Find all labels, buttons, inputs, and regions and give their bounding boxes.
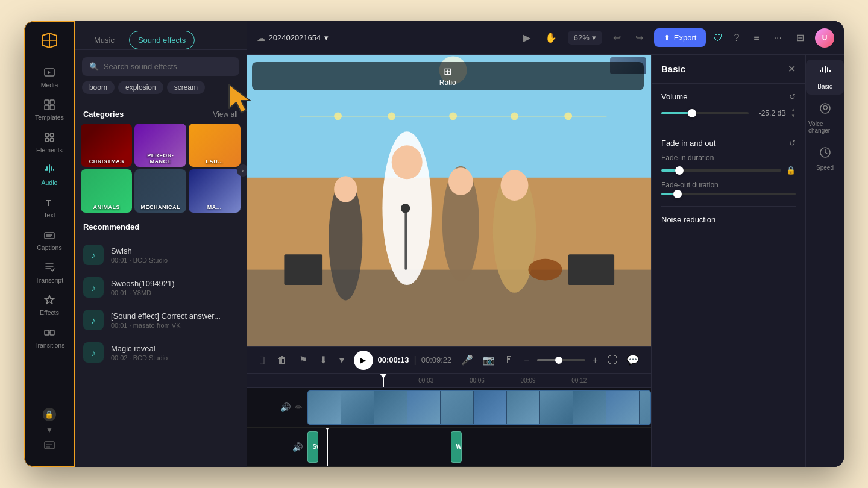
undo-btn[interactable]: ↩	[609, 28, 624, 47]
media-btn[interactable]: 📷	[480, 352, 497, 368]
lock-icon[interactable]: 🔒	[43, 408, 56, 421]
shield-icon[interactable]: 🛡	[713, 33, 723, 43]
split-view-btn[interactable]: ⊟	[793, 28, 808, 47]
svg-rect-36	[284, 254, 322, 285]
sidebar: Media Templates	[24, 21, 75, 467]
export-btn[interactable]: ⬆ Export	[654, 28, 706, 47]
categories-arrow[interactable]: ›	[237, 164, 247, 177]
video-clip[interactable]	[307, 390, 652, 425]
sound-item-swoosh[interactable]: ♪ Swoosh(1094921) 00:01 · Y8MD	[75, 271, 247, 304]
sidebar-label-elements: Elements	[36, 146, 63, 154]
split-btn[interactable]: ⌷	[257, 352, 268, 368]
category-launch[interactable]: LAU...	[189, 124, 241, 167]
minus-zoom-btn[interactable]: −	[521, 352, 532, 368]
download-btn[interactable]: ⬇	[317, 352, 330, 368]
category-magic[interactable]: MA...	[189, 169, 241, 213]
avatar[interactable]: U	[815, 28, 834, 48]
fade-out-label: Fade-out duration	[661, 181, 796, 189]
ruler-marks: 00:03 00:06 00:09 00:12	[368, 374, 652, 387]
concert-scene-svg	[247, 55, 652, 346]
tab-sound-effects[interactable]: Sound effects	[129, 31, 195, 49]
sound-meta-swoosh: 00:01 · Y8MD	[111, 289, 238, 296]
mini-panel-voice-changer[interactable]: Voice changer	[806, 97, 844, 139]
fade-in-lock-icon[interactable]: 🔒	[786, 166, 796, 175]
tag-scream[interactable]: scream	[167, 81, 205, 94]
flag-btn[interactable]: ⚑	[297, 352, 310, 368]
track-controls-audio: 🔊	[247, 442, 307, 452]
comment-btn[interactable]: 💬	[624, 352, 641, 368]
audio-mix-btn[interactable]: 🎚	[502, 352, 517, 368]
hand-tool-btn[interactable]: ✋	[541, 28, 561, 47]
sidebar-item-templates[interactable]: Templates	[25, 93, 74, 126]
volume-arrows[interactable]: ▲ ▼	[791, 107, 796, 119]
track-controls-video: 🔊 ✏	[247, 402, 307, 412]
view-all-btn[interactable]: View all	[213, 110, 237, 119]
sound-item-swish[interactable]: ♪ Swish 00:01 · BCD Studio	[75, 239, 247, 271]
export-icon: ⬆	[664, 33, 670, 42]
sidebar-item-text[interactable]: T Text	[25, 191, 74, 224]
sound-item-magic[interactable]: ♪ Magic reveal 00:02 · BCD Studio	[75, 336, 247, 369]
sound-item-correct[interactable]: ♪ [Sound effect] Correct answer... 00:01…	[75, 304, 247, 336]
app-logo[interactable]	[39, 30, 60, 51]
plus-zoom-btn[interactable]: +	[590, 352, 600, 368]
sidebar-item-media[interactable]: Media	[25, 61, 74, 93]
zoom-control[interactable]: 62% ▾	[568, 31, 602, 45]
sound-info-swish: Swish 00:01 · BCD Studio	[111, 246, 238, 264]
menu-btn[interactable]: ≡	[750, 29, 763, 47]
chevron-down-btn[interactable]: ▾	[337, 352, 347, 368]
play-btn[interactable]: ▶	[354, 351, 373, 370]
zoom-slider[interactable]	[537, 359, 585, 361]
sidebar-label-media: Media	[41, 81, 58, 89]
mini-panel-speed[interactable]: Speed	[806, 141, 844, 176]
volume-slider-track[interactable]	[661, 112, 749, 114]
tag-explosion[interactable]: explosion	[118, 81, 163, 94]
sidebar-item-elements[interactable]: Elements	[25, 126, 74, 158]
tab-music[interactable]: Music	[84, 31, 124, 49]
search-input[interactable]	[104, 62, 232, 71]
sidebar-item-transitions[interactable]: Transitions	[25, 321, 74, 354]
sidebar-label-transcript: Transcript	[36, 277, 63, 284]
category-performance[interactable]: PERFOR-MANCE	[134, 124, 186, 167]
help-btn[interactable]: ?	[730, 29, 743, 47]
more-btn[interactable]: ···	[770, 29, 785, 47]
play-mode-btn[interactable]: ▶	[520, 28, 534, 47]
close-panel-btn[interactable]: ✕	[788, 63, 796, 75]
fade-label: Fade in and out ↺	[661, 139, 796, 148]
fade-in-slider-row: 🔒	[661, 166, 796, 175]
sound-icon-swoosh: ♪	[83, 277, 104, 298]
sidebar-item-effects[interactable]: Effects	[25, 289, 74, 321]
sidebar-item-captions[interactable]: Captions	[25, 224, 74, 256]
ratio-btn[interactable]: ⊞ Ratio	[252, 62, 644, 90]
tag-boom[interactable]: boom	[82, 81, 115, 94]
svg-point-34	[334, 176, 357, 202]
categories-header: Categories View all	[75, 105, 247, 124]
mic-btn[interactable]: 🎤	[459, 352, 476, 368]
category-animals[interactable]: ANIMALS	[81, 169, 133, 213]
category-mechanical[interactable]: MECHANICAL	[134, 169, 186, 213]
fade-out-slider[interactable]	[661, 193, 796, 195]
volume-icon[interactable]: 🔊	[280, 402, 291, 412]
category-label-magic: MA...	[189, 204, 241, 210]
project-name[interactable]: ☁ 202402021654 ▾	[257, 33, 329, 43]
delete-btn[interactable]: 🗑	[275, 352, 289, 368]
recommended-title: Recommended	[83, 222, 139, 231]
subtitles-icon[interactable]	[43, 439, 55, 454]
fullscreen-btn[interactable]: ⛶	[605, 352, 620, 368]
reset-fade-icon[interactable]: ↺	[789, 139, 796, 148]
sound-meta-magic: 00:02 · BCD Studio	[111, 354, 238, 361]
reset-volume-icon[interactable]: ↺	[789, 92, 796, 101]
preview-area: ⊞ Ratio	[247, 55, 652, 346]
sidebar-chevron[interactable]: ▼	[46, 426, 53, 434]
audio-volume-icon[interactable]: 🔊	[292, 442, 303, 452]
category-christmas[interactable]: CHRISTMAS	[81, 124, 133, 167]
audio-clip-woo[interactable]: Woo...	[451, 431, 462, 463]
fade-in-slider[interactable]	[661, 169, 781, 172]
redo-btn[interactable]: ↪	[632, 28, 647, 47]
search-icon: 🔍	[89, 62, 99, 71]
audio-clip-swish[interactable]: Swish	[307, 431, 318, 463]
mini-panel-basic[interactable]: Basic	[806, 60, 844, 95]
sidebar-item-transcript[interactable]: Transcript	[25, 256, 74, 289]
sidebar-item-audio[interactable]: Audio	[25, 158, 74, 191]
edit-icon[interactable]: ✏	[295, 402, 303, 412]
timeline-area: ⌷ 🗑 ⚑ ⬇ ▾ ▶ 00:00:13 | 00:09:22 🎤	[247, 346, 652, 467]
